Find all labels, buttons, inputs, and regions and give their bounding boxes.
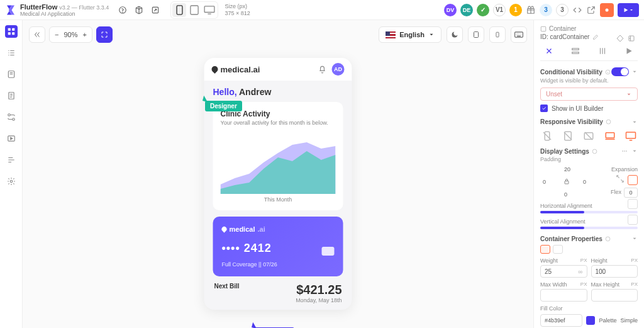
version-badge[interactable]: V1 xyxy=(493,4,506,16)
checkbox-checked-icon[interactable] xyxy=(540,105,548,112)
chevron-down-icon[interactable] xyxy=(631,119,638,125)
condition-value[interactable]: Unset xyxy=(540,88,638,101)
collaborator-avatar-1[interactable]: DV xyxy=(444,4,457,16)
chevron-down-icon[interactable] xyxy=(631,69,638,75)
device-desktop[interactable] xyxy=(203,3,216,17)
h-align-box[interactable] xyxy=(628,199,638,209)
language-selector[interactable]: English xyxy=(379,26,441,43)
rail-play-icon[interactable] xyxy=(5,132,18,145)
svg-point-7 xyxy=(606,8,609,11)
zoom-in-icon[interactable]: + xyxy=(82,31,86,38)
simple-button[interactable]: Simple xyxy=(620,317,638,324)
share-icon[interactable] xyxy=(150,5,160,15)
external-link-icon[interactable] xyxy=(586,5,596,15)
chevron-down-icon[interactable] xyxy=(631,148,638,154)
panel-settings-icon[interactable] xyxy=(628,35,635,42)
zoom-out-icon[interactable]: − xyxy=(55,31,58,38)
device-phone[interactable] xyxy=(172,3,186,17)
v-align-slider[interactable] xyxy=(540,227,638,229)
edit-icon[interactable] xyxy=(592,34,599,40)
bill-section: Next Bill $421.25 Monday, May 18th xyxy=(213,276,343,303)
height-input[interactable]: 100 xyxy=(591,265,638,278)
notif-badge-1[interactable]: 3 xyxy=(540,4,552,16)
flex-input[interactable]: 0 xyxy=(624,188,638,198)
more-icon[interactable] xyxy=(621,148,628,154)
device-tablet[interactable] xyxy=(187,3,201,17)
status-check-icon[interactable]: ✓ xyxy=(477,4,489,16)
user-avatar[interactable]: AD xyxy=(332,63,345,76)
designer-cursor: Designer xyxy=(205,101,242,111)
tab-backend-icon[interactable] xyxy=(597,45,608,57)
padding-editor[interactable]: 20 0 0 0 Expansion Flex 0 xyxy=(540,166,638,198)
svg-rect-4 xyxy=(191,6,198,14)
resp-phone-off-icon[interactable] xyxy=(541,130,553,142)
resp-tablet-land-icon[interactable] xyxy=(583,130,594,142)
maxh-input[interactable] xyxy=(591,289,638,302)
activity-card[interactable]: Clinic Activity Your overall activity fo… xyxy=(213,102,343,210)
info-icon[interactable] xyxy=(606,119,611,125)
h-align-slider[interactable] xyxy=(540,211,638,213)
tab-properties-icon[interactable] xyxy=(543,45,555,57)
tab-animate-icon[interactable] xyxy=(623,45,635,57)
pad-left[interactable]: 0 xyxy=(543,179,546,185)
history-back-button[interactable] xyxy=(29,26,45,43)
run-button[interactable] xyxy=(618,3,639,17)
diamond-icon[interactable] xyxy=(616,35,624,42)
info-icon[interactable] xyxy=(605,236,611,242)
phone-preview-icon[interactable] xyxy=(489,26,506,43)
notif-badge-2[interactable]: 3 xyxy=(556,4,569,16)
deploy-button[interactable] xyxy=(600,3,614,17)
chip-b[interactable] xyxy=(553,245,563,254)
maxw-input[interactable] xyxy=(540,289,587,302)
collaborator-avatar-2[interactable]: DE xyxy=(460,4,473,16)
resp-laptop-icon[interactable] xyxy=(604,130,616,142)
conditional-visibility-section: Conditional Visibility Widget is visible… xyxy=(540,67,638,112)
rail-theme-icon[interactable] xyxy=(5,154,18,166)
weight-label: Weight xyxy=(540,257,558,264)
tablet-preview-icon[interactable] xyxy=(468,26,484,43)
v-align-box[interactable] xyxy=(628,215,638,225)
card-brand-a: medical xyxy=(230,225,255,233)
lock-icon[interactable] xyxy=(563,178,570,185)
bell-icon[interactable] xyxy=(318,65,327,74)
fit-screen-button[interactable] xyxy=(96,26,113,43)
warning-badge[interactable]: 1 xyxy=(509,4,522,16)
resp-tablet-off-icon[interactable] xyxy=(562,130,574,142)
fill-color-input[interactable]: #4b39ef xyxy=(540,314,582,327)
code-icon[interactable] xyxy=(572,5,582,15)
device-preview: medical.ai AD Hello, Andrew Clinic Activ… xyxy=(204,58,352,310)
pad-right[interactable]: 0 xyxy=(583,179,586,185)
cond-vis-toggle[interactable] xyxy=(611,67,629,76)
fill-swatch[interactable] xyxy=(586,316,595,325)
canvas[interactable]: − 90% + English medical.ai AD Hello, An xyxy=(23,20,533,328)
panel-tabs xyxy=(540,45,638,61)
weight-input[interactable]: 25∞ xyxy=(540,265,587,278)
info-icon[interactable] xyxy=(592,149,597,154)
help-icon[interactable] xyxy=(118,5,128,15)
tab-actions-icon[interactable] xyxy=(570,45,581,57)
gift-icon[interactable] xyxy=(526,5,536,15)
pad-bottom[interactable]: 0 xyxy=(564,191,567,198)
chevron-down-icon[interactable] xyxy=(631,235,638,242)
chip-a[interactable] xyxy=(540,245,550,254)
rail-api-icon[interactable] xyxy=(5,111,18,123)
info-icon[interactable] xyxy=(605,69,611,75)
palette-button[interactable]: Palette xyxy=(599,317,616,324)
theme-toggle-icon[interactable] xyxy=(447,26,463,43)
pad-top[interactable]: 20 xyxy=(564,166,570,172)
expansion-active-icon[interactable] xyxy=(628,175,638,185)
show-ui-row[interactable]: Show in UI Builder xyxy=(540,105,638,112)
rail-page-icon[interactable] xyxy=(5,68,18,81)
expansion-default-icon[interactable] xyxy=(615,174,625,184)
rail-settings-icon[interactable] xyxy=(5,175,18,188)
resp-desktop-icon[interactable] xyxy=(625,130,636,142)
svg-rect-19 xyxy=(496,32,499,37)
keyboard-icon[interactable] xyxy=(511,26,527,43)
cube-icon[interactable] xyxy=(134,5,144,15)
padding-label: Padding xyxy=(540,156,638,162)
px-unit: PX xyxy=(580,257,587,264)
rail-doc-icon[interactable] xyxy=(5,89,18,102)
rail-widget-tree-icon[interactable] xyxy=(5,25,18,38)
insurance-card[interactable]: medical.ai •••• 2412 Full Coverage || 07… xyxy=(213,217,343,276)
rail-list-icon[interactable] xyxy=(5,47,18,59)
